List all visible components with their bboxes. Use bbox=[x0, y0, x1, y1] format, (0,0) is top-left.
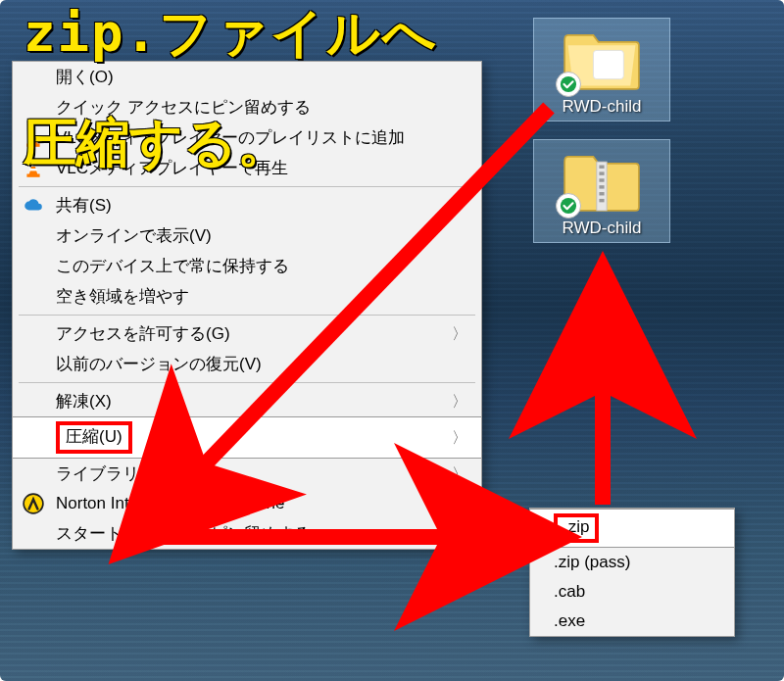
context-menu: 開く(O) クイック アクセスにピン留めする VLCメディアプレイヤーのプレイリ… bbox=[12, 61, 482, 550]
chevron-right-icon: 〉 bbox=[452, 427, 467, 448]
menu-label: 以前のバージョンの復元(V) bbox=[56, 353, 262, 375]
svg-rect-17 bbox=[29, 169, 37, 170]
compress-submenu: .zip .zip (pass) .cab .exe bbox=[529, 508, 735, 637]
svg-rect-5 bbox=[599, 178, 604, 181]
chevron-right-icon: 〉 bbox=[452, 323, 467, 344]
svg-point-1 bbox=[561, 76, 576, 92]
norton-icon bbox=[23, 493, 44, 514]
menu-pin-start[interactable]: スタート メニューにピン留めする bbox=[13, 518, 481, 549]
svg-marker-10 bbox=[29, 129, 38, 144]
menu-label: スタート メニューにピン留めする bbox=[56, 522, 311, 545]
menu-label: Norton Internet Security Online bbox=[56, 494, 284, 513]
menu-label: ライブラリに追加(I) bbox=[56, 462, 205, 485]
menu-separator bbox=[19, 315, 475, 316]
svg-rect-12 bbox=[30, 133, 36, 135]
menu-label: 解凍(X) bbox=[56, 390, 112, 413]
menu-label: 共有(S) bbox=[56, 194, 112, 217]
sync-status-icon bbox=[556, 193, 581, 219]
menu-label: 圧縮(U) bbox=[56, 421, 132, 454]
submenu-cab[interactable]: .cab bbox=[530, 577, 734, 607]
menu-label: VLCメディアプレイヤーのプレイリストに追加 bbox=[56, 126, 405, 149]
menu-open[interactable]: 開く(O) bbox=[13, 62, 481, 92]
svg-rect-4 bbox=[599, 171, 604, 174]
menu-share[interactable]: 共有(S) bbox=[13, 190, 481, 220]
menu-label: オンラインで表示(V) bbox=[56, 224, 212, 247]
svg-point-9 bbox=[561, 198, 576, 214]
sync-status-icon bbox=[556, 72, 581, 97]
menu-label: 開く(O) bbox=[56, 66, 114, 88]
svg-rect-3 bbox=[599, 166, 604, 169]
menu-vlc-play[interactable]: VLCメディアプレイヤーで再生 bbox=[13, 153, 481, 183]
menu-give-access[interactable]: アクセスを許可する(G)〉 bbox=[13, 318, 481, 349]
submenu-label: .zip bbox=[554, 513, 599, 543]
chevron-right-icon: 〉 bbox=[452, 463, 467, 484]
svg-rect-8 bbox=[599, 199, 604, 202]
submenu-label: .exe bbox=[554, 611, 585, 631]
desktop-folder-rwd-child[interactable]: RWD-child bbox=[533, 18, 670, 122]
svg-rect-11 bbox=[26, 143, 39, 146]
zip-folder-icon bbox=[560, 146, 644, 215]
vlc-icon bbox=[23, 158, 44, 179]
menu-add-to-library[interactable]: ライブラリに追加(I)〉 bbox=[13, 459, 481, 489]
submenu-zip-pass[interactable]: .zip (pass) bbox=[530, 548, 734, 577]
menu-always-keep[interactable]: このデバイス上で常に保持する bbox=[13, 251, 481, 281]
svg-rect-0 bbox=[593, 50, 623, 78]
menu-separator bbox=[19, 186, 475, 187]
svg-rect-6 bbox=[599, 185, 604, 188]
menu-norton[interactable]: Norton Internet Security Online 〉 bbox=[13, 489, 481, 518]
annotation-text-line1: zip.ファイルへ bbox=[24, 6, 438, 62]
desktop-background: RWD-child RWD-child bbox=[0, 0, 784, 681]
svg-marker-14 bbox=[29, 160, 38, 174]
desktop-icon-column: RWD-child RWD-child bbox=[533, 18, 670, 243]
menu-pin-quick-access[interactable]: クイック アクセスにピン留めする bbox=[13, 92, 481, 122]
chevron-right-icon: 〉 bbox=[452, 391, 467, 412]
svg-rect-15 bbox=[26, 173, 39, 176]
submenu-exe[interactable]: .exe bbox=[530, 607, 734, 636]
vlc-icon bbox=[23, 127, 44, 149]
submenu-zip[interactable]: .zip bbox=[530, 509, 734, 548]
menu-compress[interactable]: 圧縮(U) 〉 bbox=[13, 416, 481, 459]
menu-vlc-add-playlist[interactable]: VLCメディアプレイヤーのプレイリストに追加 bbox=[13, 122, 481, 153]
desktop-icon-label: RWD-child bbox=[563, 219, 642, 238]
menu-extract[interactable]: 解凍(X)〉 bbox=[13, 386, 481, 416]
desktop-icon-label: RWD-child bbox=[563, 97, 642, 117]
menu-label: このデバイス上で常に保持する bbox=[56, 255, 289, 277]
menu-separator bbox=[19, 382, 475, 383]
svg-rect-16 bbox=[30, 164, 36, 166]
menu-label: アクセスを許可する(G) bbox=[56, 322, 230, 345]
folder-icon bbox=[560, 24, 644, 93]
menu-view-online[interactable]: オンラインで表示(V) bbox=[13, 220, 481, 251]
cloud-icon bbox=[23, 195, 44, 217]
desktop-zip-rwd-child[interactable]: RWD-child bbox=[533, 139, 670, 243]
submenu-label: .cab bbox=[554, 582, 585, 602]
svg-rect-7 bbox=[599, 192, 604, 195]
menu-label: VLCメディアプレイヤーで再生 bbox=[56, 157, 288, 179]
menu-label: 空き領域を増やす bbox=[56, 285, 189, 308]
chevron-right-icon: 〉 bbox=[452, 494, 467, 514]
menu-free-space[interactable]: 空き領域を増やす bbox=[13, 281, 481, 312]
svg-rect-13 bbox=[29, 138, 37, 140]
menu-restore-previous[interactable]: 以前のバージョンの復元(V) bbox=[13, 349, 481, 379]
submenu-label: .zip (pass) bbox=[554, 553, 630, 572]
menu-label: クイック アクセスにピン留めする bbox=[56, 96, 311, 119]
